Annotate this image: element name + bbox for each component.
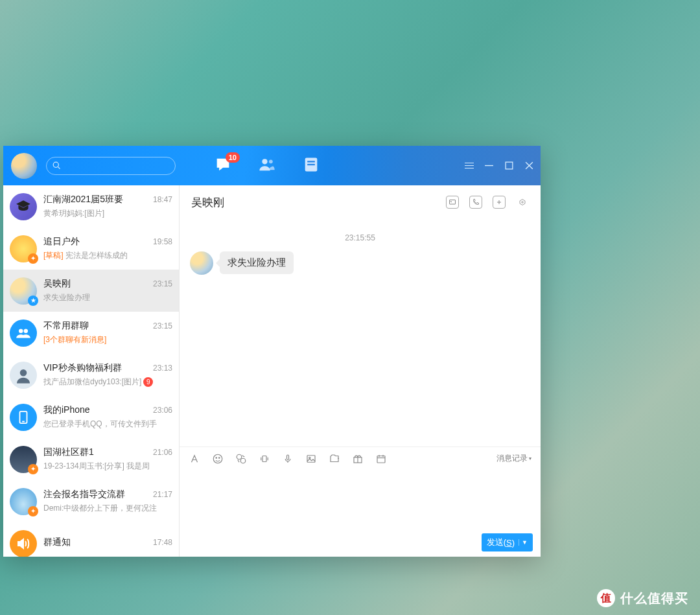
tab-messages[interactable]: 10 (214, 156, 232, 176)
conversation-name: 不常用群聊 (43, 320, 89, 332)
conversation-name: 我的iPhone (43, 404, 90, 416)
conversation-snippet: 求失业险办理 (43, 292, 172, 303)
gift-button[interactable] (352, 453, 364, 465)
svg-point-22 (216, 457, 217, 458)
watermark-badge: 值 (597, 589, 615, 607)
conversation-name: 吴映刚 (43, 278, 71, 290)
conversation-item[interactable]: VIP秒杀购物福利群23:13 找产品加微信dydy103:[图片]9 (3, 354, 179, 396)
conversation-time: 18:47 (153, 195, 172, 204)
window-controls (464, 146, 534, 185)
message-timestamp: 23:15:55 (180, 233, 541, 242)
conversation-item[interactable]: ✦ 追日户外19:58 [草稿] 宪法是怎样练成的 (3, 227, 179, 270)
conversation-snippet: 黄希玥妈妈:[图片] (43, 208, 172, 219)
svg-line-1 (58, 167, 60, 168)
close-button[interactable] (524, 161, 534, 170)
calendar-button[interactable] (375, 453, 387, 465)
search-box[interactable] (46, 157, 176, 175)
image-button[interactable] (305, 453, 317, 465)
nav-tabs: 10 (214, 146, 320, 185)
message-history-button[interactable]: 消息记录▾ (496, 453, 531, 464)
svg-rect-5 (307, 161, 315, 162)
menu-button[interactable] (464, 161, 474, 170)
conversation-time: 17:48 (153, 538, 172, 547)
user-avatar[interactable] (11, 153, 37, 179)
conversation-item[interactable]: 汇南湖2021届5班要18:47 黄希玥妈妈:[图片] (3, 185, 179, 227)
svg-rect-28 (307, 455, 315, 462)
message-area[interactable]: 23:15:55 求失业险办理 (180, 219, 541, 447)
conversation-name: VIP秒杀购物福利群 (43, 362, 122, 374)
add-app-button[interactable] (493, 196, 506, 209)
conversation-snippet: Demi:中级都分上下册，更何况注 (43, 503, 172, 514)
voice-button[interactable] (282, 453, 294, 465)
phone-icon (16, 410, 30, 424)
apps-icon (302, 156, 320, 174)
conversation-name: 国湖社区群1 (43, 447, 94, 458)
conversation-snippet: [草稿] 宪法是怎样练成的 (43, 250, 172, 261)
svg-point-0 (53, 162, 58, 167)
minimize-button[interactable] (484, 161, 494, 170)
chat-panel: 吴映刚 23:15:55 求失业险办理 (180, 185, 541, 557)
conversation-snippet: 19-23-134周玉书:[分享] 我是周 (43, 461, 172, 472)
svg-point-24 (237, 454, 242, 459)
conversation-time: 21:17 (153, 490, 172, 499)
header: 10 (3, 146, 541, 185)
conversation-item[interactable]: ✦ 国湖社区群121:06 19-23-134周玉书:[分享] 我是周 (3, 438, 179, 480)
conversation-snippet: 您已登录手机QQ，可传文件到手 (43, 419, 172, 430)
svg-point-2 (262, 159, 267, 164)
send-button[interactable]: 发送(S) ▼ (482, 533, 533, 551)
svg-point-21 (213, 454, 222, 463)
conversation-name: 追日户外 (43, 236, 80, 248)
call-button[interactable] (469, 196, 482, 209)
svg-rect-27 (287, 455, 289, 460)
svg-point-3 (269, 159, 273, 163)
svg-rect-26 (262, 456, 266, 461)
message-bubble: 求失业险办理 (220, 251, 294, 274)
settings-button[interactable] (516, 196, 529, 209)
tab-apps[interactable] (302, 156, 320, 176)
font-button[interactable] (189, 453, 200, 465)
conversation-item[interactable]: 群通知17:48 (3, 522, 179, 557)
file-button[interactable] (329, 453, 340, 465)
svg-point-13 (20, 369, 27, 377)
emoji-button[interactable] (212, 453, 224, 465)
send-options-caret[interactable]: ▼ (519, 539, 528, 546)
group-icon (15, 325, 32, 342)
remote-screen-button[interactable] (446, 196, 459, 209)
svg-point-20 (522, 202, 524, 203)
message-row: 求失业险办理 (190, 251, 530, 275)
svg-point-25 (240, 458, 246, 463)
conversation-name: 注会报名指导交流群 (43, 489, 125, 500)
svg-marker-19 (520, 200, 525, 205)
search-input[interactable] (65, 161, 169, 170)
svg-rect-8 (506, 162, 513, 169)
svg-point-23 (219, 457, 220, 458)
chat-header: 吴映刚 (180, 185, 541, 219)
watermark: 值 什么值得买 (597, 589, 688, 607)
conversation-list[interactable]: 汇南湖2021届5班要18:47 黄希玥妈妈:[图片] ✦ 追日户外19:58 … (3, 185, 180, 557)
conversation-item[interactable]: 不常用群聊23:15 [3个群聊有新消息] (3, 312, 179, 354)
maximize-button[interactable] (504, 161, 514, 170)
contacts-icon (258, 156, 276, 174)
sender-avatar[interactable] (190, 251, 213, 275)
conversation-item[interactable]: ✦ 注会报名指导交流群21:17 Demi:中级都分上下册，更何况注 (3, 480, 179, 522)
search-icon (52, 161, 62, 170)
conversation-name: 汇南湖2021届5班要 (43, 194, 123, 205)
conversation-item[interactable]: 我的iPhone23:06 您已登录手机QQ，可传文件到手 (3, 396, 179, 438)
person-icon (14, 366, 33, 385)
screenshot-button[interactable] (235, 453, 247, 465)
watermark-text: 什么值得买 (620, 590, 688, 607)
conversation-time: 23:06 (153, 406, 172, 415)
conversation-name: 群通知 (43, 537, 71, 548)
editor-toolbar: 消息记录▾ (180, 447, 541, 470)
message-badge: 10 (226, 152, 240, 163)
chat-title: 吴映刚 (191, 195, 224, 210)
tab-contacts[interactable] (258, 156, 276, 176)
conversation-snippet: 找产品加微信dydy103:[图片]9 (43, 377, 172, 388)
message-input[interactable] (180, 470, 541, 528)
conversation-snippet: [3个群聊有新消息] (43, 334, 172, 345)
svg-rect-16 (450, 200, 456, 205)
conversation-item[interactable]: ★ 吴映刚23:15 求失业险办理 (3, 270, 179, 312)
shake-button[interactable] (259, 453, 270, 465)
graduation-cap-icon (15, 198, 32, 215)
send-row: 发送(S) ▼ (180, 528, 541, 557)
